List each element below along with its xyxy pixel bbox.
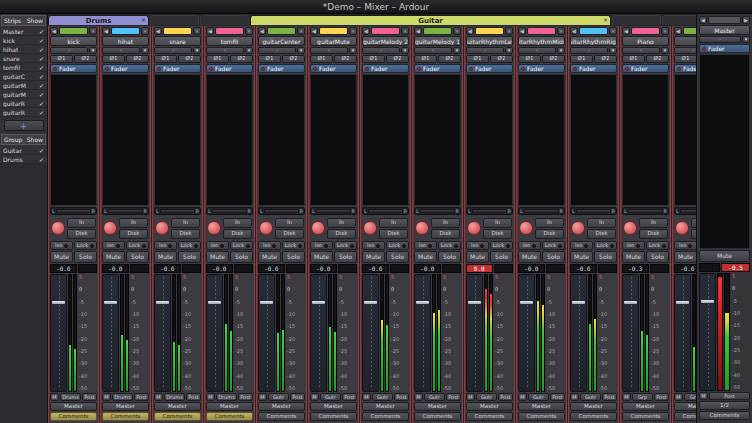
pan-position-bar[interactable]	[680, 209, 696, 213]
processor-box[interactable]	[50, 74, 97, 206]
visibility-checkmark[interactable]: ✓	[39, 147, 44, 154]
meter-point-button[interactable]: Post	[134, 393, 149, 401]
gain-display[interactable]: -0.0	[258, 264, 285, 273]
gain-display[interactable]: -0.0	[414, 264, 441, 273]
input-button[interactable]: -	[362, 47, 400, 54]
narrow-strip-icon[interactable]: ◀	[414, 27, 422, 35]
visibility-checkmark[interactable]: ✓	[39, 109, 44, 116]
comments-button[interactable]: Comments	[206, 412, 253, 421]
phase-invert-2-button[interactable]: Ø2	[438, 55, 461, 63]
comments-button[interactable]: Comments	[50, 412, 97, 421]
fader-handle[interactable]	[52, 301, 65, 304]
comments-button[interactable]: Comments	[622, 412, 669, 421]
comments-button[interactable]: Comments	[102, 412, 149, 421]
pan-control[interactable]: L R	[310, 207, 357, 215]
phase-invert-2-button[interactable]: Ø2	[74, 55, 97, 63]
output-button[interactable]: Master	[570, 402, 617, 411]
processor-led[interactable]	[677, 67, 681, 71]
strip-color-swatch[interactable]	[631, 27, 660, 35]
monitor-input-button[interactable]: In	[223, 218, 252, 228]
sidebar-row[interactable]: guitarM ✓	[0, 81, 47, 90]
gain-fader[interactable]	[102, 274, 119, 392]
processor-led[interactable]	[261, 67, 265, 71]
meter-point-button[interactable]: Post	[394, 393, 409, 401]
processor-box[interactable]	[518, 74, 565, 206]
master-mute-button[interactable]: Mute	[699, 250, 750, 262]
fader-processor-entry[interactable]: Fader	[310, 64, 357, 73]
meter-point-button[interactable]: Post	[186, 393, 201, 401]
solo-isolate-button[interactable]: Iso	[154, 241, 177, 250]
sidebar-row[interactable]: guitarR ✓	[0, 99, 47, 108]
fader-processor-entry[interactable]: Fader	[414, 64, 461, 73]
gain-fader[interactable]	[258, 274, 275, 392]
gain-fader[interactable]	[154, 274, 171, 392]
phase-invert-1-button[interactable]: Ø1	[570, 55, 593, 63]
phase-invert-1-button[interactable]: Ø1	[362, 55, 385, 63]
output-button[interactable]: Master	[50, 402, 97, 411]
sidebar-row[interactable]: Drums ✓	[0, 155, 47, 164]
pan-control[interactable]: L R	[622, 207, 669, 215]
monitor-input-button[interactable]: In	[535, 218, 564, 228]
peak-display[interactable]	[546, 264, 566, 273]
master-name-button[interactable]: Master	[699, 25, 750, 35]
record-enable-button[interactable]	[207, 221, 221, 235]
fader-processor-entry[interactable]: Fader	[622, 64, 669, 73]
input-button[interactable]: -	[154, 47, 192, 54]
gain-fader[interactable]	[50, 274, 67, 392]
pan-position-bar[interactable]	[628, 209, 663, 213]
phase-invert-1-button[interactable]: Ø1	[674, 55, 696, 63]
record-enable-button[interactable]	[415, 221, 429, 235]
phase-invert-1-button[interactable]: Ø1	[518, 55, 541, 63]
peak-display[interactable]	[494, 264, 514, 273]
input-menu-icon[interactable]: ▾	[505, 47, 513, 54]
strip-name-button[interactable]: guitarRhythmRight	[570, 36, 617, 46]
mute-button[interactable]: Mute	[518, 251, 541, 263]
processor-box[interactable]	[310, 74, 357, 206]
strip-color-swatch[interactable]	[527, 27, 556, 35]
monitor-disk-button[interactable]: Disk	[379, 229, 408, 239]
fader-handle[interactable]	[676, 301, 689, 304]
master-comments-button[interactable]: Comments	[699, 411, 750, 420]
monitor-disk-button[interactable]: Disk	[431, 229, 460, 239]
master-processor-box[interactable]	[699, 54, 750, 249]
hide-strip-icon[interactable]: ×	[505, 27, 513, 35]
input-button[interactable]: -	[50, 47, 88, 54]
solo-button[interactable]: Solo	[490, 251, 513, 263]
narrow-strip-icon[interactable]: ◀	[258, 27, 266, 35]
pan-position-bar[interactable]	[108, 209, 143, 213]
comments-button[interactable]: Comments	[674, 412, 696, 421]
gain-display[interactable]: -0.0	[570, 264, 597, 273]
hide-strip-icon[interactable]: ×	[297, 27, 305, 35]
gain-display[interactable]: -0.3	[622, 264, 649, 273]
meter-point-button[interactable]: Post	[498, 393, 513, 401]
strip-m-button[interactable]: M	[674, 393, 683, 401]
pan-control[interactable]: L R	[570, 207, 617, 215]
phase-invert-1-button[interactable]: Ø1	[206, 55, 229, 63]
monitor-disk-button[interactable]: Disk	[639, 229, 668, 239]
narrow-strip-icon[interactable]: ◀	[102, 27, 110, 35]
solo-lock-button[interactable]: Lock	[74, 241, 97, 250]
pan-control[interactable]: L R	[414, 207, 461, 215]
fader-handle[interactable]	[572, 301, 585, 304]
sidebar-row[interactable]: kick ✓	[0, 36, 47, 45]
phase-invert-2-button[interactable]: Ø2	[542, 55, 565, 63]
comments-button[interactable]: Comments	[258, 412, 305, 421]
strip-color-swatch[interactable]	[683, 27, 696, 35]
pan-position-bar[interactable]	[160, 209, 195, 213]
phase-invert-1-button[interactable]: Ø1	[466, 55, 489, 63]
master-gain-fader[interactable]	[699, 273, 716, 391]
monitor-disk-button[interactable]: Disk	[67, 229, 96, 239]
narrow-strip-icon[interactable]: ◀	[154, 27, 162, 35]
record-enable-button[interactable]	[155, 221, 169, 235]
hide-strip-icon[interactable]: ×	[557, 27, 565, 35]
comments-button[interactable]: Comments	[414, 412, 461, 421]
pan-position-bar[interactable]	[264, 209, 299, 213]
close-tab-icon[interactable]: ×	[141, 16, 146, 23]
hide-strip-icon[interactable]: ×	[245, 27, 253, 35]
mute-button[interactable]: Mute	[466, 251, 489, 263]
fader-processor-entry[interactable]: Fader	[258, 64, 305, 73]
mute-button[interactable]: Mute	[362, 251, 385, 263]
phase-invert-2-button[interactable]: Ø2	[126, 55, 149, 63]
solo-lock-button[interactable]: Lock	[178, 241, 201, 250]
narrow-strip-icon[interactable]: ◀	[310, 27, 318, 35]
